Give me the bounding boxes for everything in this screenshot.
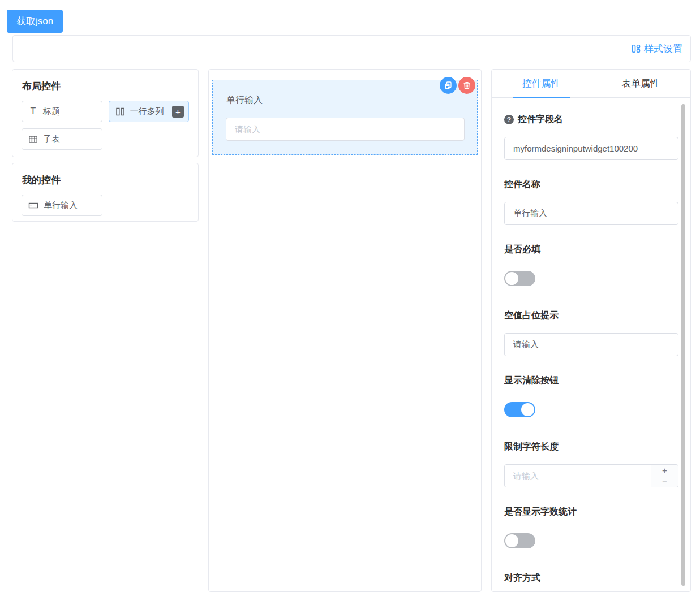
trash-icon — [462, 81, 471, 90]
input-box-icon — [28, 201, 38, 210]
title-icon: T — [28, 106, 38, 116]
copy-widget-button[interactable] — [440, 77, 457, 94]
word-count-group: 是否显示字数统计 — [504, 506, 678, 548]
design-canvas[interactable]: 单行输入 — [208, 69, 482, 592]
placeholder-label: 空值占位提示 — [504, 310, 678, 322]
question-icon[interactable]: ? — [504, 115, 514, 124]
style-settings-label: 样式设置 — [644, 42, 682, 55]
decrease-button[interactable]: − — [651, 476, 678, 487]
placeholder-input[interactable] — [504, 333, 678, 356]
word-count-label: 是否显示字数统计 — [504, 506, 678, 518]
clearable-toggle[interactable] — [504, 402, 535, 417]
top-toolbar: 样式设置 — [12, 35, 691, 62]
palette-item-title[interactable]: T 标题 — [22, 101, 102, 122]
word-count-toggle[interactable] — [504, 533, 535, 548]
field-name-input[interactable] — [504, 137, 678, 160]
scrollbar-thumb[interactable] — [681, 104, 685, 586]
properties-tabs: 控件属性 表单属性 — [492, 70, 690, 98]
alignment-group: 对齐方式 — [504, 572, 678, 591]
increase-button[interactable]: + — [651, 465, 678, 476]
get-json-button[interactable]: 获取json — [7, 10, 63, 33]
widget-label: 单行输入 — [226, 94, 263, 106]
my-controls-panel: 我的控件 单行输入 — [12, 163, 199, 222]
widget-name-group: 控件名称 — [504, 179, 678, 225]
palette-item-label: 单行输入 — [44, 200, 78, 211]
add-column-button[interactable]: + — [172, 106, 184, 118]
my-panel-title: 我的控件 — [22, 174, 189, 187]
required-toggle[interactable] — [504, 271, 535, 286]
delete-widget-button[interactable] — [458, 77, 475, 94]
maxlength-group: 限制字符长度 + − — [504, 441, 678, 487]
properties-content: ? 控件字段名 控件名称 是否必填 空值占位提示 显示清除按钮 限 — [492, 98, 690, 591]
selected-widget-single-line-input[interactable]: 单行输入 — [212, 80, 478, 155]
copy-icon — [444, 81, 453, 90]
maxlength-label: 限制字符长度 — [504, 441, 678, 453]
layout-controls-panel: 布局控件 T 标题 一行多列 + — [12, 69, 199, 157]
widget-name-input[interactable] — [504, 202, 678, 225]
field-name-label: 控件字段名 — [518, 114, 563, 126]
required-label: 是否必填 — [504, 244, 678, 256]
required-group: 是否必填 — [504, 244, 678, 286]
widget-preview-input[interactable] — [226, 118, 465, 141]
palette-item-label: 一行多列 — [130, 106, 164, 117]
palette-item-label: 子表 — [43, 134, 60, 145]
placeholder-group: 空值占位提示 — [504, 310, 678, 356]
field-name-group: ? 控件字段名 — [504, 114, 678, 160]
palette-item-subtable[interactable]: 子表 — [22, 128, 102, 150]
palette-item-multi-column[interactable]: 一行多列 + — [109, 101, 190, 122]
style-settings-icon — [632, 44, 641, 53]
tab-widget-properties[interactable]: 控件属性 — [492, 70, 591, 97]
table-icon — [28, 135, 38, 144]
style-settings-link[interactable]: 样式设置 — [632, 42, 682, 55]
clearable-label: 显示清除按钮 — [504, 375, 678, 387]
properties-panel: 控件属性 表单属性 ? 控件字段名 控件名称 是否必填 空值占位提示 显示清除按… — [491, 69, 691, 592]
palette-item-single-line-input[interactable]: 单行输入 — [22, 195, 102, 216]
widget-name-label: 控件名称 — [504, 179, 678, 191]
clearable-group: 显示清除按钮 — [504, 375, 678, 417]
tab-form-properties[interactable]: 表单属性 — [591, 70, 691, 97]
number-stepper: + − — [651, 465, 678, 487]
layout-panel-title: 布局控件 — [22, 80, 189, 93]
columns-icon — [115, 107, 125, 116]
alignment-label: 对齐方式 — [504, 572, 678, 584]
palette-item-label: 标题 — [43, 106, 60, 117]
